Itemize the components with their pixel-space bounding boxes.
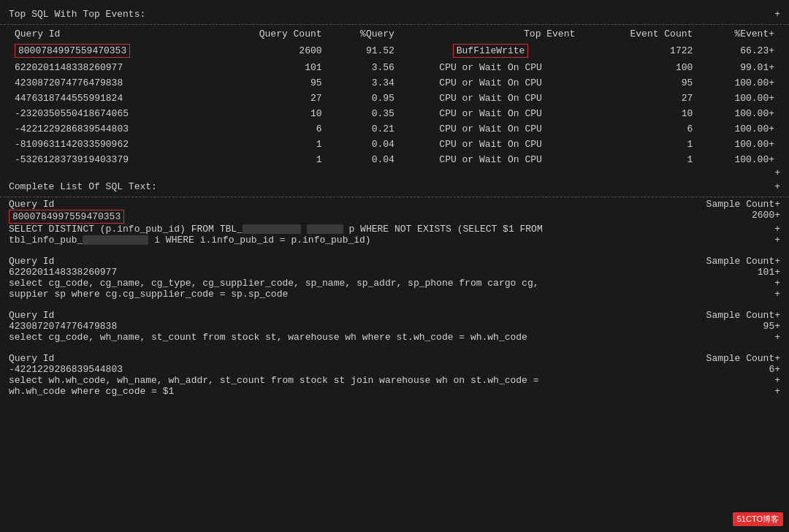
table-cell: 100.00+ [698, 75, 780, 91]
sql-block-spacer [9, 397, 780, 403]
sql-block: Query IdSample Count+6220201148338260977… [9, 256, 780, 305]
table-header-row: Query Id Query Count %Query Top Event Ev… [9, 26, 780, 42]
table-cell: CPU or Wait On CPU [400, 106, 581, 121]
table-cell: 4230872074776479838 [9, 75, 210, 91]
sql-query-id-value: 8000784997559470353 [9, 210, 124, 224]
sql-sample-count-label: Sample Count+ [706, 353, 780, 364]
sql-line-plus[interactable]: + [769, 386, 780, 397]
sql-text-content: wh.wh_code where cg_code = $1 [9, 386, 174, 397]
sql-text-line: wh.wh_code where cg_code = $1+ [9, 386, 780, 397]
bottom-section-plus[interactable]: + [774, 181, 780, 192]
watermark: 51CTO博客 [733, 512, 783, 526]
table-row[interactable]: -422122928683954480360.21CPU or Wait On … [9, 121, 780, 137]
sql-sample-count-label: Sample Count+ [706, 310, 780, 321]
sql-block: Query IdSample Count+4230872074776479838… [9, 310, 780, 349]
sql-sample-count-value: 6+ [769, 364, 780, 375]
table-cell: 1 [210, 137, 328, 152]
table-cell: 0.95 [328, 91, 400, 106]
table-cell: 100 [581, 60, 698, 75]
table-cell: 100.00+ [698, 152, 780, 167]
sql-id-row: 80007849975594703532600+ [9, 210, 780, 224]
table-cell: 95 [581, 75, 698, 91]
sql-text-line: SELECT DISTINCT (p.info_pub_id) FROM TBL… [9, 224, 780, 235]
table-row[interactable]: 4476318744555991824270.95CPU or Wait On … [9, 91, 780, 106]
table-cell: 3.56 [328, 60, 400, 75]
query-id-cell: 8000784997559470353 [9, 42, 210, 60]
pct-event-cell: 66.23+ [698, 42, 780, 60]
sql-text-line: select wh.wh_code, wh_name, wh_addr, st_… [9, 375, 780, 386]
table-cell: 0.04 [328, 152, 400, 167]
sql-sample-count-value: 2600+ [752, 210, 780, 224]
table-cell: 99.01+ [698, 60, 780, 75]
table-cell: 0.04 [328, 137, 400, 152]
event-count-cell: 1722 [581, 42, 698, 60]
top-event-cell: BufFileWrite [400, 42, 581, 60]
bottom-section-header: Complete List Of SQL Text: + [0, 178, 789, 195]
top-section-header: Top SQL With Top Events: + [0, 6, 789, 23]
col-query-id: Query Id [9, 26, 210, 42]
table-cell: 1 [581, 152, 698, 167]
table-row[interactable]: 4230872074776479838953.34CPU or Wait On … [9, 75, 780, 91]
table-cell: 1 [581, 137, 698, 152]
sql-block-spacer [9, 246, 780, 251]
table-cell: -2320350550418674065 [9, 106, 210, 121]
sql-text-content: select cg_code, cg_name, cg_type, cg_sup… [9, 278, 539, 289]
sql-block-header: Query IdSample Count+ [9, 199, 780, 210]
pct-query-cell: 91.52 [328, 42, 400, 60]
sql-line-plus[interactable]: + [769, 332, 780, 343]
table-row[interactable]: -532612837391940337910.04CPU or Wait On … [9, 152, 780, 167]
top-section-plus[interactable]: + [774, 9, 780, 20]
sql-block-spacer [9, 300, 780, 305]
table-cell: CPU or Wait On CPU [400, 152, 581, 167]
sql-line-plus[interactable]: + [769, 224, 780, 235]
table-row[interactable]: 62202011483382609771013.56CPU or Wait On… [9, 60, 780, 75]
sql-text-content: tbl_info_pub_ i WHERE i.info_pub_id = p.… [9, 235, 371, 246]
table-cell: 1 [210, 152, 328, 167]
sql-line-plus[interactable]: + [769, 375, 780, 386]
sql-text-content: select wh.wh_code, wh_name, wh_addr, st_… [9, 375, 539, 386]
sql-block-header: Query IdSample Count+ [9, 353, 780, 364]
table-row[interactable]: -810963114203359096210.04CPU or Wait On … [9, 137, 780, 152]
col-query-count: Query Count [210, 26, 328, 42]
sql-query-id-label: Query Id [9, 353, 54, 364]
sql-query-id-value: 6220201148338260977 [9, 267, 117, 278]
sql-text-line: suppier sp where cg.cg_supplier_code = s… [9, 289, 780, 300]
table-cell: 100.00+ [698, 121, 780, 137]
table-cell: 95 [210, 75, 328, 91]
table-row[interactable]: 8000784997559470353260091.52BufFileWrite… [9, 42, 780, 60]
table-cell: 100.00+ [698, 91, 780, 106]
sql-sample-count-value: 95+ [763, 321, 780, 332]
sql-block: Query IdSample Count+8000784997559470353… [9, 199, 780, 251]
sql-sample-count-value: 101+ [758, 267, 780, 278]
sql-sample-count-label: Sample Count+ [706, 256, 780, 267]
table-cell: 4476318744555991824 [9, 91, 210, 106]
table-cell: 10 [581, 106, 698, 121]
sql-line-plus[interactable]: + [769, 235, 780, 246]
sql-block: Query IdSample Count+-422122928683954480… [9, 353, 780, 403]
top-sql-table-wrapper: Query Id Query Count %Query Top Event Ev… [0, 26, 789, 167]
col-pct-event: %Event+ [698, 26, 780, 42]
table-cell: CPU or Wait On CPU [400, 60, 581, 75]
table-cell: 0.21 [328, 121, 400, 137]
table-plus-row[interactable]: + [0, 167, 789, 178]
table-cell: 101 [210, 60, 328, 75]
sql-query-id-value: 4230872074776479838 [9, 321, 117, 332]
top-sql-table: Query Id Query Count %Query Top Event Ev… [9, 26, 780, 167]
col-event-count: Event Count [581, 26, 698, 42]
sql-line-plus[interactable]: + [769, 289, 780, 300]
sql-text-content: SELECT DISTINCT (p.info_pub_id) FROM TBL… [9, 224, 543, 235]
table-row[interactable]: -2320350550418674065100.35CPU or Wait On… [9, 106, 780, 121]
main-container: Top SQL With Top Events: + Query Id Quer… [0, 0, 789, 413]
table-cell: 27 [581, 91, 698, 106]
table-cell: CPU or Wait On CPU [400, 75, 581, 91]
bottom-divider [0, 197, 789, 197]
table-cell: 100.00+ [698, 137, 780, 152]
table-cell: CPU or Wait On CPU [400, 91, 581, 106]
query-count-cell: 2600 [210, 42, 328, 60]
sql-query-id-label: Query Id [9, 256, 54, 267]
sql-block-header: Query IdSample Count+ [9, 310, 780, 321]
sql-line-plus[interactable]: + [769, 278, 780, 289]
table-cell: 100.00+ [698, 106, 780, 121]
table-cell: CPU or Wait On CPU [400, 137, 581, 152]
sql-text-line: tbl_info_pub_ i WHERE i.info_pub_id = p.… [9, 235, 780, 246]
